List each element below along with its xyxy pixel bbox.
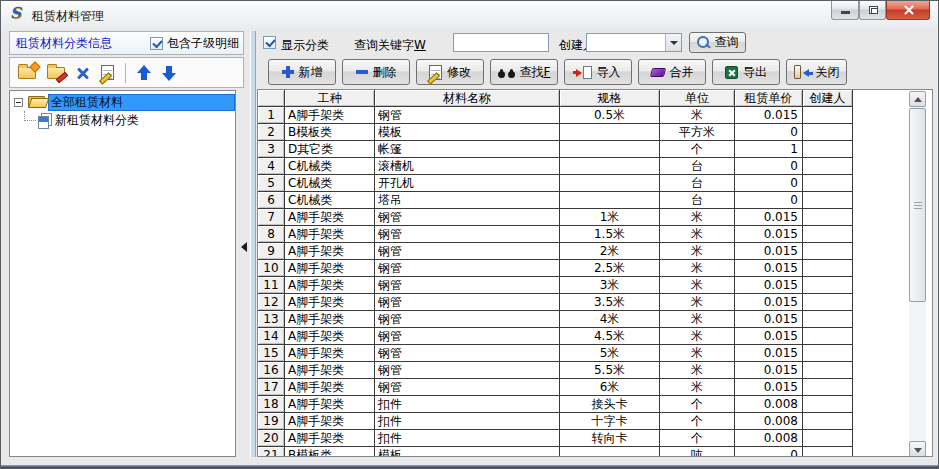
data-cell[interactable] bbox=[803, 379, 853, 396]
data-cell[interactable]: 钢管 bbox=[375, 226, 560, 243]
row-number-cell[interactable]: 1 bbox=[258, 107, 285, 124]
row-number-cell[interactable]: 14 bbox=[258, 328, 285, 345]
data-cell[interactable]: A脚手架类 bbox=[285, 277, 375, 294]
data-cell[interactable]: A脚手架类 bbox=[285, 107, 375, 124]
delete-button[interactable]: 删除 bbox=[342, 59, 410, 85]
data-cell[interactable] bbox=[560, 158, 660, 175]
chevron-down-icon[interactable] bbox=[665, 34, 681, 51]
data-cell[interactable]: 0.5米 bbox=[560, 107, 660, 124]
data-cell[interactable]: 2米 bbox=[560, 243, 660, 260]
data-cell[interactable]: 个 bbox=[660, 413, 735, 430]
data-cell[interactable]: 钢管 bbox=[375, 362, 560, 379]
row-number-cell[interactable]: 20 bbox=[258, 430, 285, 447]
data-cell[interactable]: 米 bbox=[660, 226, 735, 243]
data-cell[interactable] bbox=[560, 124, 660, 141]
splitter-collapse-icon[interactable] bbox=[241, 242, 247, 252]
data-cell[interactable] bbox=[560, 447, 660, 457]
edit-category-icon[interactable] bbox=[47, 67, 65, 79]
search-button[interactable]: 查询 bbox=[689, 32, 746, 53]
row-number-cell[interactable]: 12 bbox=[258, 294, 285, 311]
row-number-cell[interactable]: 4 bbox=[258, 158, 285, 175]
scroll-up-icon[interactable] bbox=[909, 91, 926, 107]
row-number-cell[interactable]: 3 bbox=[258, 141, 285, 158]
data-cell[interactable]: A脚手架类 bbox=[285, 209, 375, 226]
column-header[interactable]: 创建人 bbox=[803, 90, 853, 107]
data-cell[interactable]: 钢管 bbox=[375, 379, 560, 396]
data-cell[interactable]: 0 bbox=[735, 158, 803, 175]
data-cell[interactable] bbox=[803, 447, 853, 457]
row-number-cell[interactable]: 19 bbox=[258, 413, 285, 430]
data-cell[interactable]: 0.015 bbox=[735, 379, 803, 396]
data-cell[interactable]: 6米 bbox=[560, 379, 660, 396]
data-cell[interactable]: A脚手架类 bbox=[285, 430, 375, 447]
row-number-cell[interactable]: 9 bbox=[258, 243, 285, 260]
data-cell[interactable]: A脚手架类 bbox=[285, 311, 375, 328]
data-cell[interactable]: 米 bbox=[660, 362, 735, 379]
data-cell[interactable]: 0.015 bbox=[735, 362, 803, 379]
data-cell[interactable]: 滚槽机 bbox=[375, 158, 560, 175]
data-cell[interactable] bbox=[560, 175, 660, 192]
category-note-edit-icon[interactable] bbox=[101, 65, 114, 80]
data-cell[interactable] bbox=[803, 277, 853, 294]
data-cell[interactable]: 模板 bbox=[375, 447, 560, 457]
data-cell[interactable]: 塔吊 bbox=[375, 192, 560, 209]
delete-category-icon[interactable] bbox=[76, 66, 90, 80]
data-cell[interactable]: 米 bbox=[660, 328, 735, 345]
data-cell[interactable]: 钢管 bbox=[375, 260, 560, 277]
data-cell[interactable]: 钢管 bbox=[375, 277, 560, 294]
export-button[interactable]: 导出 bbox=[712, 59, 780, 85]
tree-node-root[interactable]: 全部租赁材料 bbox=[10, 93, 235, 111]
data-cell[interactable]: 钢管 bbox=[375, 311, 560, 328]
data-cell[interactable] bbox=[560, 141, 660, 158]
data-cell[interactable]: 4.5米 bbox=[560, 328, 660, 345]
data-cell[interactable]: 0.008 bbox=[735, 396, 803, 413]
data-cell[interactable]: 米 bbox=[660, 345, 735, 362]
data-cell[interactable]: 开孔机 bbox=[375, 175, 560, 192]
data-cell[interactable]: 钢管 bbox=[375, 107, 560, 124]
column-header[interactable]: 单位 bbox=[660, 90, 735, 107]
add-button[interactable]: 新增 bbox=[268, 59, 336, 85]
data-cell[interactable]: 0.015 bbox=[735, 243, 803, 260]
data-cell[interactable]: 0.015 bbox=[735, 345, 803, 362]
new-category-icon[interactable] bbox=[18, 67, 36, 79]
maximize-button[interactable] bbox=[859, 1, 886, 20]
data-cell[interactable]: 1米 bbox=[560, 209, 660, 226]
show-category-checkbox[interactable] bbox=[263, 36, 276, 49]
minimize-button[interactable] bbox=[831, 1, 859, 20]
data-cell[interactable] bbox=[803, 362, 853, 379]
data-cell[interactable] bbox=[803, 141, 853, 158]
data-cell[interactable]: A脚手架类 bbox=[285, 328, 375, 345]
data-cell[interactable]: 钢管 bbox=[375, 328, 560, 345]
data-cell[interactable]: B模板类 bbox=[285, 124, 375, 141]
data-cell[interactable]: 钢管 bbox=[375, 345, 560, 362]
data-cell[interactable]: A脚手架类 bbox=[285, 345, 375, 362]
data-cell[interactable]: 米 bbox=[660, 209, 735, 226]
import-button[interactable]: 导入 bbox=[564, 59, 632, 85]
data-cell[interactable]: 0.008 bbox=[735, 413, 803, 430]
data-cell[interactable]: 台 bbox=[660, 175, 735, 192]
data-cell[interactable] bbox=[803, 260, 853, 277]
data-cell[interactable]: 0.015 bbox=[735, 294, 803, 311]
data-cell[interactable]: 十字卡 bbox=[560, 413, 660, 430]
column-header[interactable]: 规格 bbox=[560, 90, 660, 107]
data-cell[interactable]: 0.015 bbox=[735, 277, 803, 294]
data-cell[interactable]: 米 bbox=[660, 260, 735, 277]
data-cell[interactable]: 平方米 bbox=[660, 124, 735, 141]
data-cell[interactable]: A脚手架类 bbox=[285, 379, 375, 396]
column-header[interactable]: 租赁单价 bbox=[735, 90, 803, 107]
tree-child-label[interactable]: 新租赁材料分类 bbox=[55, 112, 139, 129]
column-header[interactable]: 工种 bbox=[285, 90, 375, 107]
row-number-cell[interactable]: 17 bbox=[258, 379, 285, 396]
data-cell[interactable]: 米 bbox=[660, 311, 735, 328]
data-cell[interactable]: 钢管 bbox=[375, 209, 560, 226]
data-cell[interactable] bbox=[560, 192, 660, 209]
row-number-cell[interactable]: 13 bbox=[258, 311, 285, 328]
move-down-icon[interactable] bbox=[162, 65, 176, 81]
find-button[interactable]: 查找F bbox=[490, 59, 558, 85]
creator-select[interactable] bbox=[586, 33, 682, 52]
data-cell[interactable]: 个 bbox=[660, 396, 735, 413]
data-cell[interactable] bbox=[803, 107, 853, 124]
data-cell[interactable]: 0.015 bbox=[735, 311, 803, 328]
data-cell[interactable]: 0 bbox=[735, 447, 803, 457]
data-cell[interactable]: 扣件 bbox=[375, 396, 560, 413]
